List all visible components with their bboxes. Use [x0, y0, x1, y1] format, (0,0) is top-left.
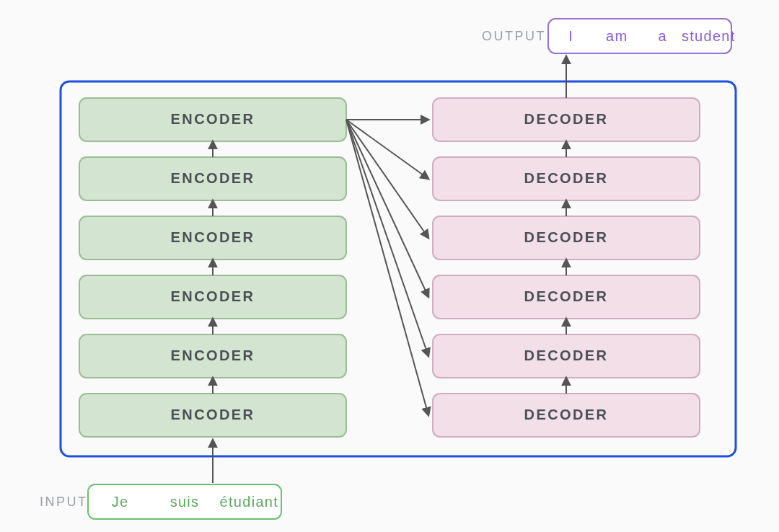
decoder-label: DECODER: [524, 229, 609, 245]
enc-to-dec-arrow: [346, 120, 428, 297]
encoder-label: ENCODER: [171, 407, 255, 422]
encoder-label: ENCODER: [171, 229, 255, 245]
output-token: a: [659, 28, 667, 44]
input-token: Je: [112, 494, 129, 510]
enc-to-dec-arrow: [346, 120, 428, 179]
transformer-diagram: ENCODERENCODERENCODERENCODERENCODERENCOD…: [0, 0, 779, 532]
encoder-label: ENCODER: [171, 170, 255, 186]
output-token: am: [606, 28, 628, 44]
decoder-label: DECODER: [524, 288, 609, 304]
enc-to-dec-arrow: [346, 120, 428, 238]
decoder-label: DECODER: [524, 347, 609, 363]
input-token: suis: [170, 494, 200, 510]
enc-to-dec-arrow: [346, 120, 428, 415]
encoder-label: ENCODER: [171, 111, 255, 127]
encoder-label: ENCODER: [171, 347, 255, 363]
encoder-label: ENCODER: [171, 288, 255, 304]
input-label: INPUT: [40, 495, 88, 509]
enc-to-dec-arrow: [346, 120, 428, 356]
decoder-label: DECODER: [524, 170, 609, 186]
output-label: OUTPUT: [482, 29, 546, 43]
output-token: I: [568, 28, 573, 44]
decoder-label: DECODER: [524, 111, 609, 127]
decoder-label: DECODER: [524, 407, 609, 422]
output-token: student: [682, 28, 736, 44]
input-token: étudiant: [220, 494, 278, 510]
